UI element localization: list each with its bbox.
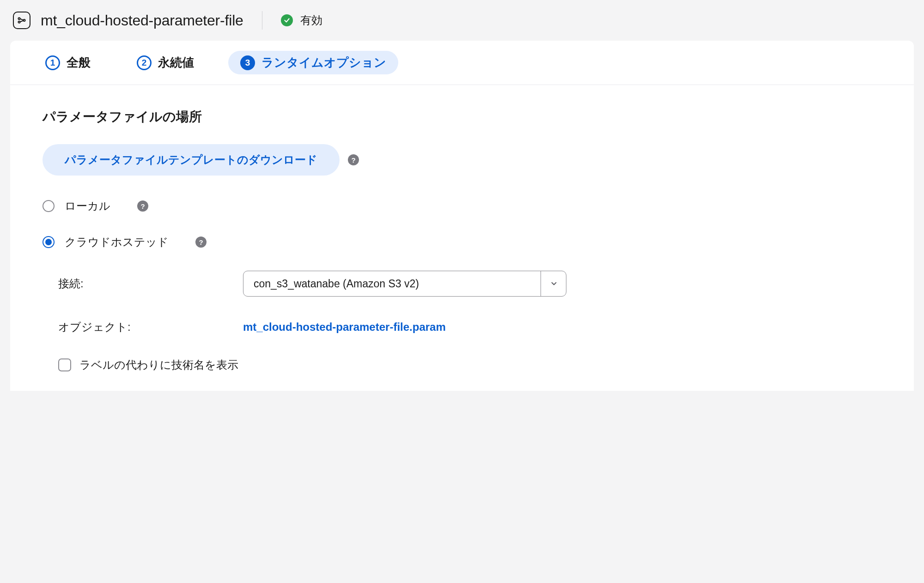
help-icon[interactable]: ? <box>348 154 359 165</box>
tab-general[interactable]: 1 全般 <box>33 51 103 74</box>
tab-number: 1 <box>45 55 60 70</box>
object-label: オブジェクト: <box>58 320 243 334</box>
status-valid-icon <box>281 14 293 26</box>
section-title: パラメータファイルの場所 <box>43 108 881 126</box>
radio-local-label: ローカル <box>65 199 110 213</box>
page-title: mt_cloud-hosted-parameter-file <box>41 12 243 29</box>
download-template-button[interactable]: パラメータファイルテンプレートのダウンロード <box>43 144 340 176</box>
tab-persistent[interactable]: 2 永続値 <box>125 51 206 74</box>
tech-names-checkbox[interactable] <box>58 358 71 371</box>
radio-cloud-label: クラウドホステッド <box>65 235 169 249</box>
tab-number: 2 <box>137 55 152 70</box>
radio-cloud-hosted[interactable] <box>43 236 55 248</box>
help-icon[interactable]: ? <box>137 200 148 212</box>
tech-names-label: ラベルの代わりに技術名を表示 <box>79 358 238 372</box>
radio-local[interactable] <box>43 200 55 212</box>
status-label: 有効 <box>300 13 322 28</box>
tab-label: ランタイムオプション <box>261 55 386 71</box>
divider <box>262 11 262 30</box>
tab-label: 全般 <box>67 55 91 71</box>
task-icon <box>13 12 30 29</box>
help-icon[interactable]: ? <box>195 237 207 248</box>
tab-runtime-options[interactable]: 3 ランタイムオプション <box>228 51 398 74</box>
tab-number: 3 <box>240 55 255 70</box>
object-value-link[interactable]: mt_cloud-hosted-parameter-file.param <box>243 321 446 334</box>
connection-select[interactable]: con_s3_watanabe (Amazon S3 v2) <box>243 271 566 297</box>
tab-label: 永続値 <box>158 55 194 71</box>
connection-label: 接続: <box>58 276 243 291</box>
